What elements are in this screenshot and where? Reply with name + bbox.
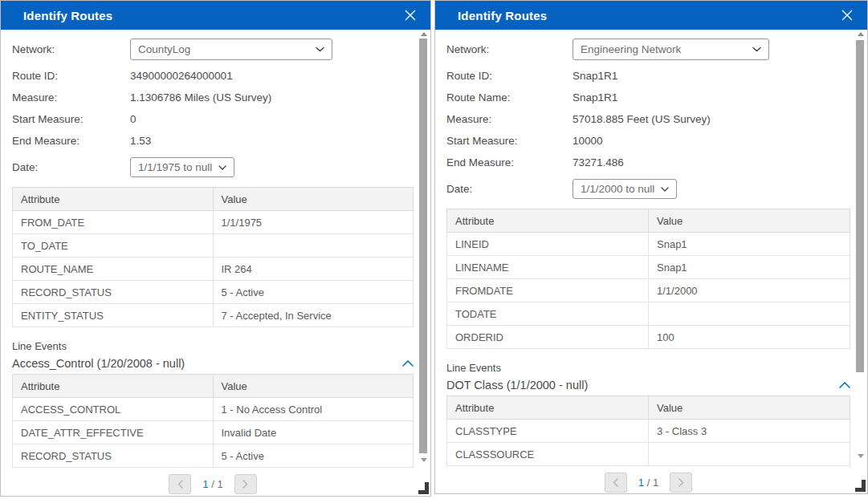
chevron-up-icon[interactable] [839, 382, 850, 388]
chevron-up-icon[interactable] [402, 360, 414, 367]
line-event-section-header[interactable]: Access_Control (1/20/2008 - null) [12, 357, 414, 370]
attribute-cell: FROM_DATE [13, 211, 214, 234]
chevron-left-icon [613, 478, 618, 487]
chevron-right-icon [242, 480, 248, 489]
date-select[interactable]: 1/1/1975 to null [130, 157, 234, 177]
attribute-cell: ENTITY_STATUS [13, 304, 214, 327]
value-cell [649, 302, 850, 326]
field-label: Date: [12, 161, 130, 173]
column-header-value: Value [649, 396, 850, 420]
table-row: ENTITY_STATUS 7 - Accepted, In Service [13, 304, 414, 327]
field-label: Network: [12, 43, 130, 55]
attribute-cell: LINEID [447, 233, 649, 256]
column-header-attribute: Attribute [13, 375, 214, 398]
identify-routes-panel-left: Identify Routes Network: CountyLog Route… [0, 0, 431, 497]
field-row-network: Network: Engineering Network [446, 39, 850, 60]
previous-page-button[interactable] [169, 474, 191, 494]
table-header-row: Attribute Value [13, 188, 414, 211]
previous-page-button[interactable] [605, 473, 627, 493]
table-row: ACCESS_CONTROL 1 - No Access Control [13, 398, 414, 421]
scroll-up-icon[interactable] [421, 32, 427, 36]
field-row-network: Network: CountyLog [12, 39, 414, 60]
page-indicator: 1 / 1 [202, 478, 222, 490]
next-page-button[interactable] [234, 474, 257, 494]
attribute-cell: ORDERID [447, 326, 649, 349]
value-cell [213, 234, 414, 258]
page-total: / 1 [644, 477, 658, 489]
table-row: RECORD_STATUS 5 - Active [13, 444, 414, 468]
network-select[interactable]: CountyLog [130, 39, 332, 60]
next-page-button[interactable] [670, 473, 692, 493]
close-icon[interactable] [840, 8, 854, 22]
identify-routes-panel-right: Identify Routes Network: Engineering Net… [434, 0, 868, 494]
field-row-date: Date: 1/1/2000 to null [446, 179, 850, 199]
scroll-down-icon[interactable] [421, 458, 427, 462]
close-icon[interactable] [403, 8, 418, 22]
field-value: 57018.885 Feet (US Survey) [573, 113, 711, 125]
attribute-cell: CLASSSOURCE [447, 443, 649, 466]
field-value: 73271.486 [573, 156, 624, 168]
field-label: Route Name: [446, 91, 573, 103]
table-row: TODATE [447, 302, 850, 326]
field-label: Route ID: [446, 70, 573, 82]
value-cell: IR 264 [213, 258, 414, 281]
field-label: Measure: [446, 113, 573, 125]
table-row: LINENAME Snap1 [447, 256, 850, 279]
panel-header: Identify Routes [435, 1, 867, 30]
field-value: 10000 [573, 135, 603, 147]
date-select[interactable]: 1/1/2000 to null [573, 179, 677, 199]
resize-handle[interactable] [418, 482, 429, 494]
scroll-up-icon[interactable] [858, 32, 864, 36]
panel-title: Identify Routes [23, 9, 112, 22]
panel-header: Identify Routes [1, 1, 430, 30]
attribute-cell: TO_DATE [13, 234, 214, 258]
vertical-scrollbar[interactable] [419, 32, 428, 493]
chevron-down-icon [752, 47, 761, 52]
attribute-cell: RECORD_STATUS [13, 281, 214, 304]
attribute-cell: ROUTE_NAME [13, 258, 214, 281]
line-event-section-title: Access_Control (1/20/2008 - null) [12, 357, 185, 370]
column-header-attribute: Attribute [13, 188, 214, 211]
attribute-cell: TODATE [447, 302, 649, 326]
line-event-section-header[interactable]: DOT Class (1/1/2000 - null) [446, 379, 850, 391]
column-header-attribute: Attribute [447, 209, 649, 233]
panel-body: Network: CountyLog Route ID: 34900000264… [2, 31, 430, 495]
vertical-scrollbar[interactable] [856, 32, 865, 490]
chevron-left-icon [177, 480, 183, 489]
pagination: 1 / 1 [12, 474, 414, 494]
scrollbar-thumb[interactable] [856, 40, 864, 372]
table-row: FROMDATE 1/1/2000 [447, 279, 850, 302]
attribute-cell: LINENAME [447, 256, 649, 279]
pagination: 1 / 1 [446, 473, 850, 493]
field-row-measure: Measure: 57018.885 Feet (US Survey) [446, 112, 850, 125]
value-cell: 7 - Accepted, In Service [213, 304, 414, 327]
field-label: Route ID: [12, 70, 130, 82]
field-label: Measure: [12, 91, 130, 103]
field-label: Start Measure: [12, 113, 130, 125]
table-row: ORDERID 100 [447, 326, 850, 349]
value-cell: 1/1/1975 [213, 211, 414, 234]
scrollbar-thumb[interactable] [419, 39, 427, 453]
page-total: / 1 [209, 478, 223, 490]
resize-handle[interactable] [855, 480, 866, 492]
line-event-attribute-table: Attribute Value ACCESS_CONTROL 1 - No Ac… [12, 374, 414, 468]
field-row-end-measure: End Measure: 1.53 [12, 134, 414, 147]
field-label: Start Measure: [446, 135, 573, 147]
scroll-down-icon[interactable] [858, 454, 864, 458]
select-value: Engineering Network [581, 43, 746, 55]
value-cell: 1/1/2000 [649, 279, 850, 302]
current-page: 1 [638, 477, 644, 489]
line-events-label: Line Events [446, 362, 850, 374]
chevron-down-icon [316, 47, 324, 52]
line-event-attribute-table: Attribute Value CLASSTYPE 3 - Class 3 CL… [446, 396, 850, 466]
column-header-value: Value [213, 188, 414, 211]
select-value: CountyLog [138, 43, 309, 55]
table-row: ROUTE_NAME IR 264 [13, 258, 414, 281]
attribute-cell: DATE_ATTR_EFFECTIVE [13, 421, 214, 444]
attribute-cell: RECORD_STATUS [13, 444, 214, 468]
value-cell [649, 443, 850, 466]
value-cell: Snap1 [649, 233, 850, 256]
network-select[interactable]: Engineering Network [573, 39, 769, 60]
value-cell: 5 - Active [213, 444, 414, 468]
attribute-cell: FROMDATE [447, 279, 649, 302]
